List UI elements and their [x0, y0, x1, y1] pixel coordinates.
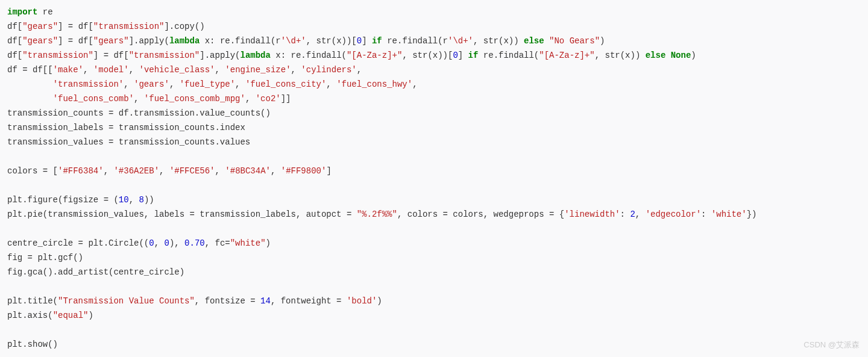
code-line: 'fuel_cons_comb', 'fuel_cons_comb_mpg', …: [7, 94, 291, 104]
code-line: df["gears"] = df["transmission"].copy(): [7, 22, 205, 31]
code-block: import re df["gears"] = df["transmission…: [7, 5, 861, 352]
watermark: CSDN @艾派森: [804, 338, 860, 352]
code-line: 'transmission', 'gears', 'fuel_type', 'f…: [7, 79, 418, 89]
code-line: plt.axis("equal"): [7, 311, 93, 320]
code-line: df = df[['make', 'model', 'vehicle_class…: [7, 65, 362, 75]
code-line: [7, 181, 12, 190]
code-line: transmission_labels = transmission_count…: [7, 123, 245, 132]
code-line: fig.gca().add_artist(centre_circle): [7, 267, 184, 277]
code-line: [7, 282, 12, 291]
code-line: colors = ['#FF6384', '#36A2EB', '#FFCE56…: [7, 166, 332, 176]
code-line: transmission_values = transmission_count…: [7, 137, 250, 147]
code-line: plt.pie(transmission_values, labels = tr…: [7, 210, 756, 219]
code-line: [7, 152, 12, 161]
code-line: import re: [7, 7, 53, 17]
code-line: plt.show(): [7, 340, 58, 349]
code-line: fig = plt.gcf(): [7, 253, 83, 262]
code-line: plt.title("Transmission Value Counts", f…: [7, 296, 382, 306]
code-line: df["transmission"] = df["transmission"].…: [7, 51, 696, 60]
code-line: plt.figure(figsize = (10, 8)): [7, 195, 154, 205]
code-line: df["gears"] = df["gears"].apply(lambda x…: [7, 36, 605, 46]
code-line: centre_circle = plt.Circle((0, 0), 0.70,…: [7, 238, 271, 248]
code-line: [7, 224, 12, 234]
code-line: transmission_counts = df.transmission.va…: [7, 108, 271, 118]
code-line: [7, 325, 12, 335]
